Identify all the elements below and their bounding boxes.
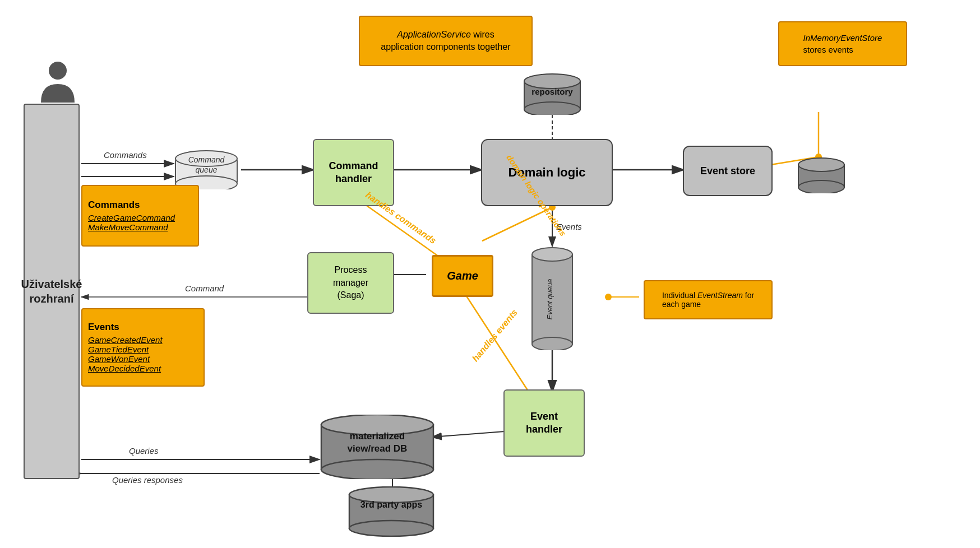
- events-item3: GameWonEvent: [88, 354, 150, 364]
- ui-bar: Uživatelské rozhraní: [24, 104, 80, 479]
- app-service-annotation: ApplicationService wiresapplication comp…: [359, 16, 533, 66]
- in-memory-text: InMemoryEventStorestores events: [803, 32, 882, 55]
- events-item4: MoveDecidedEvent: [88, 364, 161, 373]
- svg-text:queue: queue: [196, 165, 218, 174]
- event-handler-box: Eventhandler: [503, 389, 585, 457]
- ui-bar-text: Uživatelské rozhraní: [21, 277, 82, 306]
- command-queue: Command queue: [173, 150, 240, 189]
- events-item2: GameTiedEvent: [88, 345, 149, 354]
- process-manager-box: Processmanager(Saga): [307, 252, 394, 314]
- svg-point-53: [349, 521, 433, 536]
- svg-point-43: [798, 180, 844, 193]
- commands-item1: CreateGameCommand: [88, 213, 175, 222]
- in-memory-cylinder: [796, 157, 847, 193]
- game-box: Game: [432, 255, 493, 297]
- events-annotation: Events GameCreatedEvent GameTiedEvent Ga…: [81, 308, 205, 387]
- svg-point-45: [532, 248, 572, 261]
- diagram: Commands Events Command: [0, 0, 980, 548]
- domain-logic-box: Domain logic: [481, 139, 613, 206]
- process-manager-label: Processmanager(Saga): [333, 264, 368, 301]
- command-handler-box: Commandhandler: [313, 139, 394, 206]
- event-stream-annotation: Individual EventStream foreach game: [644, 280, 773, 319]
- events-box-title: Events: [88, 322, 119, 333]
- svg-line-25: [432, 431, 505, 437]
- event-stream-text: Individual EventStream foreach game: [662, 291, 754, 309]
- handles-events-label: handles events: [470, 308, 520, 364]
- app-service-text: ApplicationService wiresapplication comp…: [381, 29, 510, 54]
- svg-point-40: [524, 102, 580, 115]
- game-label: Game: [447, 270, 478, 282]
- svg-text:Event queue: Event queue: [546, 278, 554, 319]
- command-handler-label: Commandhandler: [329, 160, 378, 186]
- svg-point-32: [49, 62, 67, 80]
- commands-box-title: Commands: [88, 199, 140, 211]
- events-item1: GameCreatedEvent: [88, 335, 163, 345]
- commands-label: Commands: [104, 150, 147, 160]
- handles-commands-label: handles commands: [363, 190, 438, 246]
- event-store-label: Event store: [700, 165, 755, 177]
- svg-line-18: [482, 207, 552, 241]
- in-memory-annotation: InMemoryEventStorestores events: [778, 21, 907, 66]
- third-party-apps: 3rd party apps: [346, 486, 436, 537]
- svg-point-42: [798, 158, 844, 171]
- event-handler-label: Eventhandler: [526, 410, 562, 436]
- event-queue-cylinder: Event queue: [530, 247, 575, 350]
- svg-text:Queries responses: Queries responses: [112, 475, 183, 485]
- svg-point-17: [605, 294, 612, 300]
- svg-text:Command: Command: [188, 155, 225, 164]
- person-icon: [38, 61, 77, 105]
- commands-item2: MakeMoveCommand: [88, 222, 168, 232]
- repository-cylinder: repository: [521, 73, 583, 115]
- commands-annotation: Commands CreateGameCommand MakeMoveComma…: [81, 185, 199, 247]
- svg-text:Command: Command: [185, 284, 224, 293]
- event-store-box: Event store: [683, 146, 773, 196]
- materialized-view: materializedview/read DB: [318, 415, 436, 479]
- svg-text:Queries: Queries: [129, 446, 159, 456]
- svg-point-50: [321, 459, 433, 479]
- svg-point-46: [532, 337, 572, 350]
